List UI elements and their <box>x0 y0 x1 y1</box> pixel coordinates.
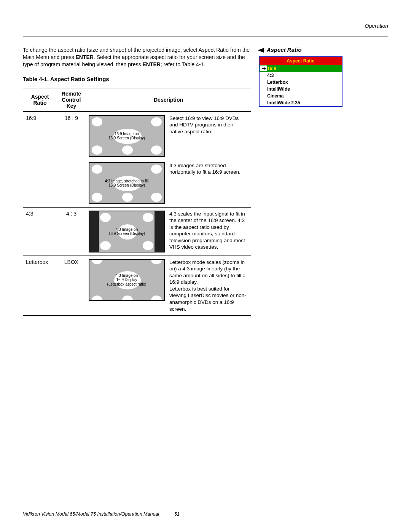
aspect-diagram: 4:3 Image, stretched to fill16:9 Screen … <box>89 162 165 204</box>
description-text: 4:3 images are stretched horizontally to… <box>169 162 248 176</box>
osd-item-label: IntelliWide 2.35 <box>267 100 300 105</box>
osd-item-label: IntelliWide <box>267 86 290 92</box>
osd-item: Letterbox <box>260 79 342 86</box>
enter-keyword: ENTER <box>142 61 160 67</box>
osd-item-label: Letterbox <box>267 80 288 85</box>
table-row: 16:916 : 916:9 Image on16:9 Screen (Disp… <box>23 112 251 208</box>
table-title: Table 4-1. Aspect Ratio Settings <box>23 76 251 82</box>
osd-item-label: 16:9 <box>267 66 276 71</box>
osd-item-label: Cinema <box>267 93 284 99</box>
aspect-diagram: 16:9 Image on16:9 Screen (Display) <box>89 115 165 157</box>
aspect-diagram: 4:3 Image on16:9 Display(Letterbox aspec… <box>89 259 165 301</box>
enter-keyword: ENTER <box>76 54 94 60</box>
side-heading: ◀ Aspect Ratio <box>259 46 388 53</box>
osd-item: IntelliWide <box>260 86 342 93</box>
footer-page: 51 <box>174 511 180 517</box>
header-rule <box>23 37 388 37</box>
aspect-ratio-table: Aspect Ratio Remote Control Key Descript… <box>23 88 251 316</box>
cell-aspect-ratio: 16:9 <box>23 112 57 208</box>
cell-remote-key: LBOX <box>57 256 86 315</box>
page-section-header: Operation <box>23 23 388 29</box>
cell-remote-key: 4 : 3 <box>57 207 86 256</box>
pointer-icon: ➡ <box>260 66 267 71</box>
osd-menu: Aspect Ratio ➡16:94:3LetterboxIntelliWid… <box>259 56 342 107</box>
side-heading-label: Aspect Ratio <box>267 46 302 53</box>
cell-description: 4:3 Image on16:9 Display(Letterbox aspec… <box>86 256 251 315</box>
th-aspect-ratio: Aspect Ratio <box>23 88 57 112</box>
th-description: Description <box>86 88 251 112</box>
th-remote-key: Remote Control Key <box>57 88 86 112</box>
cell-description: 16:9 Image on16:9 Screen (Display)Select… <box>86 112 251 208</box>
intro-text: ; refer to Table 4-1. <box>161 61 205 67</box>
osd-item: Cinema <box>260 93 342 99</box>
osd-item: IntelliWide 2.35 <box>260 99 342 106</box>
aspect-diagram: 4:3 Image on16:9 Screen (Display) <box>89 211 165 252</box>
description-text: 4:3 scales the input signal to fit in th… <box>169 211 248 251</box>
cell-remote-key: 16 : 9 <box>57 112 86 208</box>
table-row: LetterboxLBOX4:3 Image on16:9 Display(Le… <box>23 256 251 315</box>
description-text: Letterbox mode scales (zooms in on) a 4:… <box>169 259 248 312</box>
intro-paragraph: To change the aspect ratio (size and sha… <box>23 46 251 68</box>
osd-item: ➡16:9 <box>260 65 342 72</box>
table-row: 4:34 : 34:3 Image on16:9 Screen (Display… <box>23 207 251 256</box>
page-footer: Vidikron Vision Model 65/Model 75 Instal… <box>23 511 388 517</box>
footer-title: Vidikron Vision Model 65/Model 75 Instal… <box>23 511 159 517</box>
cell-aspect-ratio: Letterbox <box>23 256 57 315</box>
osd-title: Aspect Ratio <box>260 57 342 65</box>
cell-aspect-ratio: 4:3 <box>23 207 57 256</box>
cell-description: 4:3 Image on16:9 Screen (Display)4:3 sca… <box>86 207 251 256</box>
osd-item-label: 4:3 <box>267 73 274 78</box>
arrow-left-icon: ◀ <box>258 46 264 53</box>
osd-item: 4:3 <box>260 72 342 79</box>
description-text: Select 16:9 to view 16:9 DVDs and HDTV p… <box>169 115 248 135</box>
